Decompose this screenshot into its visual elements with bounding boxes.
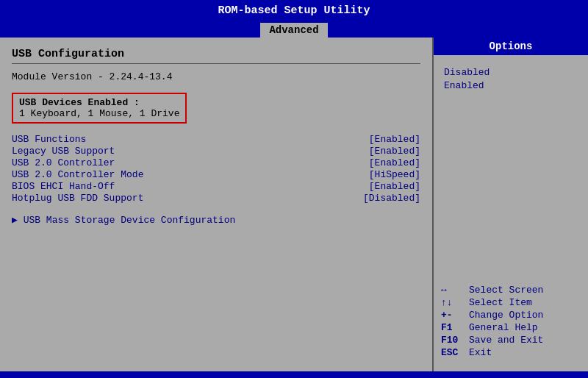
left-panel: USB Configuration Module Version - 2.24.…: [0, 38, 434, 371]
main-area: USB Configuration Module Version - 2.24.…: [0, 38, 588, 371]
help-desc-select-item: Select Item: [469, 297, 532, 308]
options-header: Options: [434, 38, 588, 55]
setting-label-2: USB 2.0 Controller: [12, 157, 115, 168]
setting-value-0: [Enabled]: [369, 134, 420, 145]
options-title: Options: [490, 40, 533, 52]
module-version: Module Version - 2.24.4-13.4: [12, 71, 420, 82]
help-key-general-help: F1: [441, 322, 469, 333]
setting-value-4: [Enabled]: [369, 181, 420, 192]
help-section: ↔ Select Screen ↑↓ Select Item +- Change…: [434, 280, 581, 364]
settings-table: USB Functions [Enabled] Legacy USB Suppo…: [12, 134, 420, 204]
help-desc-save-exit: Save and Exit: [469, 335, 543, 346]
settings-row-1[interactable]: Legacy USB Support [Enabled]: [12, 146, 420, 157]
help-desc-change-option: Change Option: [469, 310, 543, 321]
help-row-4: F10 Save and Exit: [441, 335, 573, 346]
setting-label-0: USB Functions: [12, 134, 86, 145]
sub-menu-label: ▶ USB Mass Storage Device Configuration: [12, 215, 235, 226]
section-title: USB Configuration: [12, 48, 420, 60]
divider: [12, 63, 420, 64]
help-row-2: +- Change Option: [441, 310, 573, 321]
settings-row-4[interactable]: BIOS EHCI Hand-Off [Enabled]: [12, 181, 420, 192]
help-key-esc: ESC: [441, 347, 469, 358]
help-desc-select-screen: Select Screen: [469, 285, 543, 296]
title-bar: ROM-based Setup Utility: [0, 0, 588, 21]
setting-label-3: USB 2.0 Controller Mode: [12, 169, 143, 180]
setting-value-3: [HiSpeed]: [369, 169, 420, 180]
help-key-change-option: +-: [441, 310, 469, 321]
settings-row-0[interactable]: USB Functions [Enabled]: [12, 134, 420, 145]
app-title: ROM-based Setup Utility: [218, 4, 370, 17]
help-key-select-screen: ↔: [441, 285, 469, 296]
help-desc-general-help: General Help: [469, 322, 538, 333]
help-row-0: ↔ Select Screen: [441, 285, 573, 296]
option-disabled[interactable]: Disabled: [444, 67, 578, 78]
option-enabled[interactable]: Enabled: [444, 80, 578, 91]
settings-row-2[interactable]: USB 2.0 Controller [Enabled]: [12, 157, 420, 168]
setting-value-2: [Enabled]: [369, 157, 420, 168]
options-list: Disabled Enabled: [434, 63, 588, 98]
help-row-5: ESC Exit: [441, 347, 573, 358]
right-panel: Options Disabled Enabled ↔ Select Screen…: [434, 38, 588, 371]
help-desc-esc: Exit: [469, 347, 492, 358]
tab-advanced[interactable]: Advanced: [260, 23, 327, 38]
setting-label-4: BIOS EHCI Hand-Off: [12, 181, 115, 192]
setting-label-5: Hotplug USB FDD Support: [12, 193, 143, 204]
setting-label-1: Legacy USB Support: [12, 146, 115, 157]
help-key-save-exit: F10: [441, 335, 469, 346]
tab-bar: Advanced: [0, 21, 588, 38]
setting-value-1: [Enabled]: [369, 146, 420, 157]
help-row-3: F1 General Help: [441, 322, 573, 333]
usb-devices-title: USB Devices Enabled :: [19, 97, 179, 108]
setting-value-5: [Disabled]: [363, 193, 420, 204]
sub-menu-item[interactable]: ▶ USB Mass Storage Device Configuration: [12, 214, 420, 226]
usb-devices-value: 1 Keyboard, 1 Mouse, 1 Drive: [19, 108, 179, 119]
help-row-1: ↑↓ Select Item: [441, 297, 573, 308]
settings-row-3[interactable]: USB 2.0 Controller Mode [HiSpeed]: [12, 169, 420, 180]
usb-devices-box: USB Devices Enabled : 1 Keyboard, 1 Mous…: [12, 93, 187, 124]
settings-row-5[interactable]: Hotplug USB FDD Support [Disabled]: [12, 193, 420, 204]
help-key-select-item: ↑↓: [441, 297, 469, 308]
